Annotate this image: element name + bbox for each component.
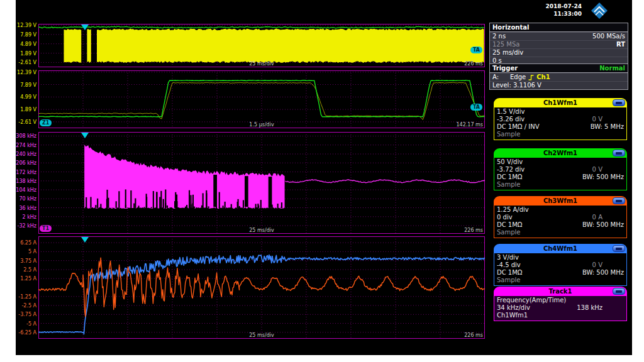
y-axis-label: 206 kHz	[16, 160, 36, 166]
trigger-position-marker[interactable]	[81, 237, 89, 243]
track1-scale: 34 kHz/div	[497, 304, 530, 312]
ch1-waveform-box[interactable]: Ch1Wfm1 1.5 V/div -3.26 div0 V DC 1MΩ / …	[494, 98, 627, 140]
time-offset-label: 226 ms	[464, 61, 483, 67]
y-axis-label: 36 kHz	[19, 205, 36, 211]
ta-badge[interactable]: TA	[470, 47, 482, 53]
minimize-button[interactable]	[613, 245, 625, 252]
y-axis-label: -1.25 A	[18, 293, 36, 299]
timebase-value: 25 ms/div	[492, 49, 523, 57]
minimize-button[interactable]	[613, 150, 625, 156]
oscilloscope-screen: 2018-07-24 11:33:00 25 ms/div 226 ms 12.…	[0, 0, 644, 362]
y-axis-label: 7.89 V	[20, 82, 36, 87]
ch3-scale: 1.25 A/div	[497, 206, 529, 214]
horizontal-panel[interactable]: Horizontal 2 ns 500 MSa/s 125 MSa RT 25 …	[489, 23, 628, 65]
ch2-offset: 0 V	[592, 166, 602, 173]
datetime-display: 2018-07-24 11:33:00	[545, 3, 582, 18]
ch1-bandwidth: BW: 5 MHz	[591, 123, 624, 131]
y-axis-label: -5 A	[26, 321, 36, 326]
ch1-position: -3.26 div	[497, 116, 525, 123]
track1-source: Ch1Wfm1	[497, 312, 528, 319]
y-axis-label: 5 A	[28, 249, 36, 255]
scope-display-area: 2018-07-24 11:33:00 25 ms/div 226 ms 12.…	[16, 0, 632, 355]
trigger-position-marker[interactable]	[81, 25, 89, 30]
y-axis-label: 12.39 V	[17, 69, 36, 75]
record-length-row: 125 MSa RT	[490, 40, 628, 48]
track1-badge[interactable]: T1	[40, 225, 52, 232]
trigger-level-value: Level: 3.1106 V	[492, 82, 541, 89]
time-offset-label: 226 ms	[464, 332, 483, 338]
trigger-type-value: Edge	[510, 74, 526, 81]
timebase-label: 25 ms/div	[38, 332, 485, 338]
ch3-waveform-box[interactable]: Ch3Wfm1 1.25 A/div 0 div0 A DC 1MΩBW: 50…	[494, 196, 627, 238]
resolution-row: 2 ns 500 MSa/s	[490, 32, 628, 40]
minimize-button[interactable]	[613, 288, 625, 295]
ch1-waveform-title: Ch1Wfm1	[543, 99, 577, 106]
y-axis-label: 172 kHz	[16, 169, 36, 175]
timebase-row: 25 ms/div	[490, 48, 628, 57]
ch2-acquisition-mode: Sample	[497, 181, 521, 189]
ch3-waveform-title: Ch3Wfm1	[543, 197, 577, 204]
y-axis-label: 12.39 V	[17, 23, 36, 28]
timebase-label: 25 ms/div	[38, 228, 485, 233]
ch2-scale: 50 V/div	[497, 158, 523, 166]
grid-ch1-overview: 25 ms/div 226 ms 12.39 V7.89 V4.89 V1.89…	[38, 24, 485, 67]
y-axis-label: 1.89 V	[20, 107, 36, 112]
y-axis-label: 70 kHz	[19, 196, 36, 202]
ch4-scale: 3 V/div	[497, 254, 519, 261]
trigger-level-row: Level: 3.1106 V	[490, 81, 628, 89]
trigger-position-marker[interactable]	[81, 133, 89, 138]
date-label: 2018-07-24	[545, 3, 582, 10]
zoom1-plot	[38, 70, 485, 128]
trigger-source-value: Ch1	[536, 74, 550, 81]
track1-box[interactable]: Track1 Frequency(Amp/Time) 34 kHz/div138…	[494, 287, 627, 321]
y-axis-label: 2 kHz	[23, 214, 36, 219]
track1-value: 138 kHz	[577, 304, 602, 312]
ch4-bandwidth: BW: 500 MHz	[582, 269, 624, 277]
y-axis-label: -2.61 V	[18, 60, 36, 65]
ch4-waveform-title: Ch4Wfm1	[543, 245, 577, 252]
trigger-mode-value: Normal	[599, 65, 625, 72]
grid-current-voltage: 25 ms/div 226 ms 6.25 A5 A3.75 A2.5 A1.2…	[38, 236, 485, 339]
y-axis-label: 308 kHz	[16, 133, 36, 139]
ch3-acquisition-mode: Sample	[497, 229, 521, 236]
y-axis-label: 1.25 A	[20, 276, 36, 282]
ch1-acquisition-mode: Sample	[497, 131, 521, 138]
y-axis-label: 3.75 A	[20, 258, 36, 263]
y-axis-label: -6.25 A	[18, 329, 36, 335]
ch1-coupling: DC 1MΩ / INV	[497, 123, 540, 131]
trigger-source-row: A: Edge Ch1	[490, 73, 628, 81]
y-axis-label: -3.75 A	[18, 312, 36, 317]
rohde-schwarz-logo	[591, 2, 608, 19]
time-offset-label: 226 ms	[464, 228, 483, 233]
current-voltage-plot	[38, 236, 485, 339]
y-axis-label: 4.99 V	[20, 94, 36, 100]
minimize-button[interactable]	[613, 197, 625, 204]
track1-function: Frequency(Amp/Time)	[497, 297, 566, 304]
zoom1-badge[interactable]: Z1	[40, 119, 52, 126]
time-offset-label: 142.17 ms	[457, 122, 484, 128]
trigger-panel[interactable]: Trigger Normal A: Edge Ch1 Level: 3.1106…	[489, 63, 628, 90]
y-axis-label: -32 kHz	[18, 223, 36, 229]
ch2-waveform-box[interactable]: Ch2Wfm1 50 V/div -3.72 div0 V DC 1MΩBW: …	[494, 148, 627, 190]
y-axis-label: 240 kHz	[16, 151, 36, 156]
ch4-position: -4.5 div	[497, 261, 521, 269]
time-label: 11:33:00	[545, 10, 582, 18]
timebase-label: 25 ms/div	[38, 61, 485, 67]
y-axis-label: -2.5 A	[21, 303, 36, 309]
ch2-waveform-title: Ch2Wfm1	[543, 150, 577, 156]
ch1-offset: 0 V	[592, 116, 602, 123]
ch4-waveform-box[interactable]: Ch4Wfm1 3 V/div -4.5 div0 V DC 1MΩBW: 50…	[494, 244, 627, 286]
ch3-coupling: DC 1MΩ	[497, 221, 523, 229]
y-axis-label: 6.25 A	[20, 240, 36, 246]
timebase-label: 1.5 µs/div	[38, 122, 485, 128]
trigger-panel-title: Trigger	[492, 65, 518, 72]
y-axis-label: 7.89 V	[20, 31, 36, 37]
y-axis-label: 104 kHz	[16, 187, 36, 193]
y-axis-label: 4.89 V	[20, 41, 36, 47]
ch3-offset: 0 A	[592, 214, 602, 221]
edge-slope-icon	[528, 74, 535, 81]
ta-badge[interactable]: TA	[470, 104, 482, 111]
minimize-button[interactable]	[613, 99, 625, 106]
y-axis-label: 274 kHz	[16, 142, 36, 148]
ch3-position: 0 div	[497, 214, 513, 221]
